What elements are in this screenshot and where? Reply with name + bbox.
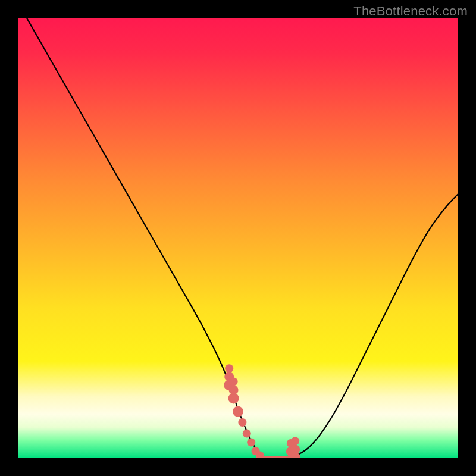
valley-marker-dot — [229, 385, 239, 394]
valley-marker-dot — [238, 418, 246, 427]
valley-marker-dot — [243, 430, 251, 438]
valley-marker-dot — [230, 377, 238, 386]
chart-frame: TheBottleneck.com — [0, 0, 476, 476]
valley-marker-dot — [291, 437, 299, 445]
valley-marker-dot — [290, 444, 300, 454]
curve-path — [27, 18, 458, 458]
watermark-text: TheBottleneck.com — [353, 4, 468, 19]
bottleneck-curve — [18, 18, 458, 458]
valley-marker-group — [224, 364, 300, 458]
valley-marker-dot — [247, 438, 255, 446]
valley-marker-dot — [225, 364, 233, 372]
chart-plot-area — [18, 18, 458, 458]
valley-marker-dot — [233, 406, 243, 417]
